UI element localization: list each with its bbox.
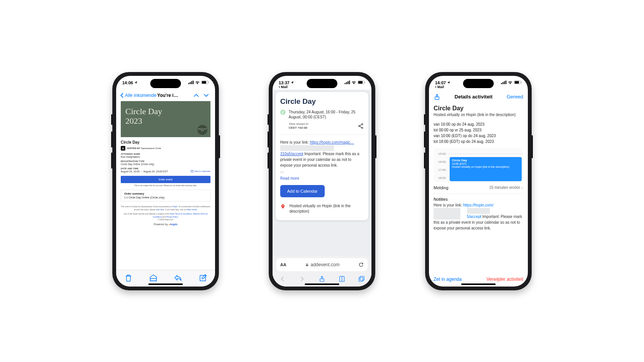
lock-icon: [305, 263, 309, 267]
svg-rect-31: [504, 81, 505, 84]
status-indicators: [501, 80, 522, 84]
terms-link[interactable]: Hopin Terms & Conditions: [170, 213, 192, 215]
magic-link-2[interactable]: 310a5/accept: [280, 152, 303, 156]
tabs-icon[interactable]: [358, 275, 365, 282]
event-card: Circle Day Thursday, 24 August, 16:00 - …: [276, 92, 368, 221]
text-size-button[interactable]: AA: [280, 262, 286, 267]
copyright: © 2023 Hopin Ltd.: [158, 218, 173, 221]
notes-label: Notities: [434, 197, 523, 201]
read-more-link[interactable]: Read more: [280, 176, 299, 180]
registration-label: REGISTRATION TYPE: [121, 160, 210, 162]
svg-rect-28: [359, 277, 363, 282]
help-center-link[interactable]: Help Center: [187, 208, 197, 211]
add-to-calendar-label: Add to calendar: [194, 170, 210, 172]
svg-rect-27: [360, 276, 364, 280]
hero-badge-icon: CIRCLE DAY 2023: [197, 125, 207, 135]
hero-line2: 2023: [125, 116, 142, 126]
archive-icon[interactable]: [149, 274, 158, 282]
url-field[interactable]: AA addevent.com: [276, 258, 368, 271]
chevron-left-icon: [120, 93, 124, 98]
hosted-value: Squarespace Circle: [141, 147, 161, 149]
datetime-value: August 24, 10:00 → August 24, 18:00 EDT: [121, 170, 168, 173]
back-icon[interactable]: [279, 275, 286, 282]
hero-banner: Circle Day2023 CIRCLE DAY 2023: [121, 101, 210, 138]
unsubscribe-link[interactable]: click here: [156, 208, 164, 211]
location-pin-icon: [280, 204, 286, 209]
status-indicators: [345, 80, 365, 84]
compose-icon[interactable]: [199, 274, 207, 282]
privacy-link[interactable]: Privacy Policy: [166, 216, 178, 218]
iphone-mockup-2: 13:37 Mail Circle Day Thursday, 24 Augus…: [269, 72, 375, 290]
svg-rect-15: [348, 81, 348, 84]
order-title: Order summary: [124, 192, 207, 195]
header-title: Details activiteit: [455, 94, 493, 100]
signal-icon: [188, 80, 194, 84]
svg-rect-11: [150, 278, 157, 281]
mail-back-label: Alle inkomende: [125, 93, 156, 98]
calendar-header: Details activiteit Gereed: [429, 90, 528, 104]
svg-rect-13: [345, 83, 345, 84]
alert-label: Melding: [434, 185, 449, 190]
remove-activity-button[interactable]: Verwijder activiteit: [486, 277, 523, 282]
breadcrumb-back[interactable]: Mail: [435, 84, 450, 89]
share-icon[interactable]: [319, 275, 325, 282]
powered-by: Powered by ●hopin: [121, 223, 210, 226]
notes-link-2[interactable]: 5/accept: [467, 215, 481, 219]
order-summary: Order summary 1 x Circle Day Online (Cir…: [121, 190, 210, 201]
alert-row[interactable]: Melding 15 minuten ervóór: [434, 182, 523, 194]
bookmarks-icon[interactable]: [338, 275, 345, 282]
hosted-label: HOSTED BY: [127, 147, 140, 149]
unique-link-note: This is an unique link for you only. Ple…: [121, 184, 210, 187]
squarespace-icon: ⌘: [121, 146, 125, 151]
svg-rect-35: [521, 82, 521, 83]
svg-rect-7: [191, 170, 193, 172]
mail-subject: You're i…: [157, 93, 191, 98]
timeline-event-block[interactable]: Circle Day 10:00 (EDT) Hosted virtually …: [450, 157, 522, 181]
breadcrumb-back[interactable]: Mail: [279, 84, 294, 89]
share-icon[interactable]: [358, 123, 364, 129]
share-icon[interactable]: [434, 93, 440, 100]
svg-rect-32: [506, 80, 506, 84]
magic-link-1[interactable]: https://hopin.com/magic…: [310, 140, 354, 144]
battery-icon: [514, 80, 522, 84]
clock-icon: [280, 110, 286, 115]
add-to-calendar-link[interactable]: Add to calendar: [191, 170, 210, 173]
footer-text-1: This event is hosted by Squarespace Circ…: [121, 205, 210, 211]
registration-value: Circle Day Online (Circle only): [121, 163, 210, 165]
forward-icon[interactable]: [299, 275, 306, 282]
add-to-agenda-button[interactable]: Zet in agenda: [434, 277, 462, 282]
add-to-calendar-button[interactable]: Add to Calendar: [280, 185, 325, 197]
url-host: addevent.com: [310, 262, 339, 267]
svg-rect-14: [346, 82, 347, 84]
mail-back-button[interactable]: Alle inkomende: [120, 93, 156, 98]
svg-rect-19: [365, 82, 365, 83]
wifi-icon: [351, 80, 356, 84]
svg-line-25: [360, 126, 362, 128]
hopin-link[interactable]: Hopin: [172, 205, 177, 208]
notes-content: Here is your link: https://hopin.com/ xx…: [434, 202, 523, 231]
svg-point-22: [358, 125, 360, 126]
battery-icon: [358, 80, 365, 84]
status-indicators: [188, 80, 209, 84]
svg-rect-5: [202, 81, 206, 83]
svg-point-21: [361, 124, 363, 125]
notes-link-1[interactable]: https://hopin.com/: [463, 203, 493, 207]
wifi-icon: [508, 80, 513, 84]
svg-rect-6: [208, 82, 209, 83]
prev-message-button[interactable]: [191, 92, 201, 99]
trash-icon[interactable]: [124, 274, 133, 282]
mail-nav: Alle inkomende You're i…: [116, 90, 215, 101]
reply-icon[interactable]: [174, 274, 182, 282]
enter-event-button[interactable]: Enter event: [121, 176, 210, 183]
svg-rect-3: [193, 80, 194, 84]
next-message-button[interactable]: [201, 92, 211, 99]
battery-icon: [201, 80, 209, 84]
event-description: Here is your link: https://hopin.com/mag…: [280, 139, 364, 174]
reload-icon[interactable]: [358, 262, 364, 267]
timeline-hour: 17:00: [434, 168, 448, 172]
timeline-hour: 15:00: [434, 152, 448, 156]
svg-rect-2: [191, 81, 192, 84]
done-button[interactable]: Gereed: [507, 94, 523, 100]
event-dates: van 16:00 op do 24 aug. 2023 tot 00:00 o…: [434, 121, 523, 144]
svg-rect-0: [188, 83, 189, 84]
